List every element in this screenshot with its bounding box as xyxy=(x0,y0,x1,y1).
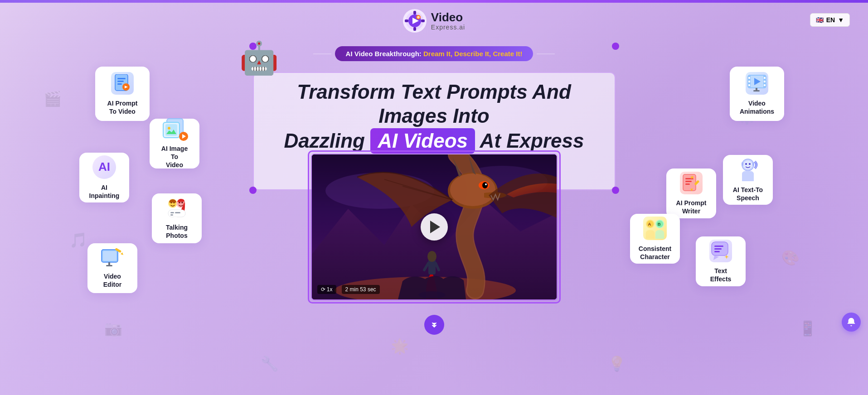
svg-point-39 xyxy=(168,127,170,130)
card-icon-ai-prompt-writer xyxy=(679,172,704,194)
video-duration: 2 min 53 sec xyxy=(342,285,380,294)
chevron-down-icon: ▼ xyxy=(838,16,844,24)
svg-rect-28 xyxy=(117,81,124,82)
svg-rect-74 xyxy=(685,178,693,179)
card-label-ai-inpainting: AIInpainting xyxy=(89,183,120,200)
card-label-ai-text-to-speech: AI Text-ToSpeech xyxy=(733,186,763,202)
card-ai-image-to-video[interactable]: AI Image ToVideo xyxy=(150,119,199,169)
notification-badge[interactable] xyxy=(842,313,861,332)
lang-label: EN xyxy=(826,16,835,24)
play-button[interactable] xyxy=(421,213,448,241)
svg-marker-50 xyxy=(172,217,177,219)
svg-rect-61 xyxy=(764,81,766,82)
card-label-ai-image-to-video: AI Image ToVideo xyxy=(157,145,192,169)
robot-mascot: 🤖 xyxy=(239,39,279,77)
ai-circle-icon: AI xyxy=(92,155,116,179)
card-icon-consistent-character: A B xyxy=(642,217,668,240)
svg-rect-90 xyxy=(714,248,722,250)
title-line2-pre: Dazzling xyxy=(284,130,370,152)
svg-text:A: A xyxy=(648,222,651,226)
svg-point-68 xyxy=(745,163,747,165)
header: Video Express.ai 🇬🇧 EN ▼ xyxy=(0,3,868,37)
card-video-animations[interactable]: VideoAnimations xyxy=(730,67,784,121)
card-consistent-character[interactable]: A B ConsistentCharacter xyxy=(630,214,680,264)
card-ai-prompt-writer[interactable]: AI PromptWriter xyxy=(666,169,716,218)
svg-point-9 xyxy=(417,16,420,19)
video-background: ⟳ 1x 2 min 53 sec xyxy=(312,154,557,299)
tts-svg xyxy=(736,158,760,181)
card-text-effects[interactable]: TextEffects xyxy=(696,236,746,286)
badge-highlight: Dream It, Describe It, Create It! xyxy=(423,50,522,58)
logo-text: Video Express.ai xyxy=(431,11,465,31)
text-effects-svg xyxy=(711,241,731,261)
svg-rect-5 xyxy=(405,19,408,22)
card-ai-text-to-speech[interactable]: AI Text-ToSpeech xyxy=(723,155,773,205)
card-icon-ai-image-to-video xyxy=(162,118,187,140)
svg-point-48 xyxy=(181,202,183,203)
svg-rect-62 xyxy=(764,84,766,86)
card-icon-text-effects xyxy=(708,240,733,262)
logo-express-text: Express.ai xyxy=(431,24,465,31)
svg-point-16 xyxy=(450,173,495,206)
video-editor-svg xyxy=(101,248,124,268)
svg-rect-91 xyxy=(714,251,720,252)
svg-text:B: B xyxy=(658,222,661,226)
svg-rect-29 xyxy=(117,83,122,85)
title-line1: Transform Text Prompts And Images Into xyxy=(297,81,571,127)
card-video-editor[interactable]: VideoEditor xyxy=(87,243,137,293)
logo-icon xyxy=(403,9,427,33)
card-icon-video-animations xyxy=(744,72,770,95)
svg-rect-89 xyxy=(714,246,723,247)
badge-prefix: AI Video Breakthrough: xyxy=(346,50,422,58)
consistent-char-svg: A B xyxy=(643,217,667,239)
svg-point-69 xyxy=(749,163,751,165)
card-icon-ai-prompt-to-video xyxy=(110,72,135,95)
svg-point-67 xyxy=(743,160,752,169)
flag-icon: 🇬🇧 xyxy=(816,16,824,24)
svg-rect-6 xyxy=(421,19,425,22)
language-selector[interactable]: 🇬🇧 EN ▼ xyxy=(810,13,850,27)
svg-marker-37 xyxy=(121,252,123,255)
card-ai-inpainting[interactable]: AI AIInpainting xyxy=(79,153,129,202)
svg-rect-65 xyxy=(753,90,760,92)
logo[interactable]: Video Express.ai xyxy=(403,9,465,33)
card-label-text-effects: TextEffects xyxy=(710,267,732,283)
svg-rect-4 xyxy=(413,27,416,31)
video-player-wrapper: ⟳ 1x 2 min 53 sec xyxy=(308,150,561,303)
video-player[interactable]: ⟳ 1x 2 min 53 sec xyxy=(312,154,557,299)
landscape-icon xyxy=(165,124,177,136)
prompt-writer-icon xyxy=(680,172,703,194)
scroll-down-button[interactable] xyxy=(424,315,444,335)
svg-rect-33 xyxy=(103,251,116,261)
svg-rect-59 xyxy=(748,84,750,86)
svg-rect-38 xyxy=(165,124,177,136)
document-svg xyxy=(114,74,131,92)
svg-rect-70 xyxy=(742,162,743,166)
card-icon-talking-photos xyxy=(164,197,189,219)
svg-rect-35 xyxy=(106,265,112,266)
text-effects-icon xyxy=(709,240,732,262)
prompt-writer-svg xyxy=(682,173,700,193)
animation-icon xyxy=(746,72,768,95)
svg-rect-58 xyxy=(748,81,750,82)
svg-point-21 xyxy=(427,251,436,262)
card-icon-video-editor xyxy=(100,248,125,268)
svg-rect-72 xyxy=(683,174,696,191)
animation-svg xyxy=(747,75,766,92)
ai-badge: AI Video Breakthrough: Dream It, Describ… xyxy=(335,46,533,61)
card-icon-ai-text-to-speech xyxy=(735,158,761,181)
scroll-down-wrapper xyxy=(424,307,444,335)
svg-rect-76 xyxy=(685,183,690,185)
card-ai-prompt-to-video[interactable]: AI PromptTo Video xyxy=(95,67,150,121)
svg-rect-60 xyxy=(764,77,766,79)
video-info: ⟳ 1x 2 min 53 sec xyxy=(317,285,380,294)
ai-videos-highlight: AI Videos xyxy=(370,128,475,154)
card-label-consistent-character: ConsistentCharacter xyxy=(639,245,671,261)
card-talking-photos[interactable]: TalkingPhotos xyxy=(152,193,202,243)
svg-rect-53 xyxy=(170,214,173,216)
characters-icon: A B xyxy=(643,217,667,240)
svg-rect-27 xyxy=(117,78,126,79)
card-label-ai-prompt-writer: AI PromptWriter xyxy=(676,199,707,215)
notification-icon xyxy=(846,317,856,327)
svg-rect-75 xyxy=(685,181,692,182)
